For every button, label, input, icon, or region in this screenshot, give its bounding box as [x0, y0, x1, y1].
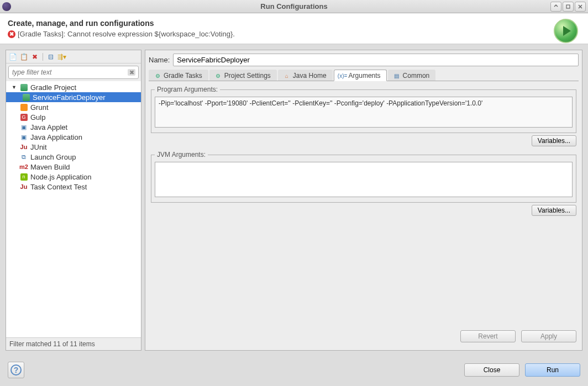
error-message: [Gradle Tasks]: Cannot resolve expressio… [18, 30, 235, 38]
node-icon: n [20, 173, 28, 181]
header-pane: Create, manage, and run configurations ✖… [0, 13, 588, 44]
page-title: Create, manage, and run configurations [8, 19, 235, 28]
duplicate-config-icon[interactable]: 📋 [19, 52, 28, 61]
tree-item-java-application[interactable]: ▣ Java Application [6, 132, 141, 142]
minimize-button[interactable] [550, 2, 561, 12]
gradle-icon [23, 94, 30, 101]
tree-item-gradle-project[interactable]: ▼ Gradle Project [6, 82, 141, 92]
sidebar-toolbar: 📄 📋 ✖ ⊟ ⇶▾ [6, 50, 141, 64]
junit-icon: Ju [19, 142, 28, 151]
java-home-icon: ⌂ [283, 72, 291, 80]
name-label: Name: [149, 56, 170, 64]
name-input[interactable] [173, 54, 579, 66]
tab-project-settings[interactable]: ⚙ Project Settings [209, 70, 277, 81]
arguments-icon: (x)= [339, 72, 347, 80]
error-icon: ✖ [8, 30, 15, 38]
tree-item-task-context-test[interactable]: Ju Task Context Test [6, 182, 141, 192]
delete-config-icon[interactable]: ✖ [30, 52, 39, 61]
program-arguments-input[interactable] [155, 97, 573, 128]
new-config-icon[interactable]: 📄 [8, 52, 17, 61]
program-arguments-label: Program Arguments: [155, 86, 220, 93]
gulp-icon: G [20, 114, 28, 121]
common-icon: ▤ [393, 72, 401, 80]
config-tree[interactable]: ▼ Gradle Project ServiceFabricDeployer G… [6, 81, 141, 337]
app-icon [2, 2, 11, 11]
jvm-variables-button[interactable]: Variables... [532, 205, 576, 216]
revert-button[interactable]: Revert [460, 330, 516, 342]
tree-item-junit[interactable]: Ju JUnit [6, 142, 141, 152]
program-arguments-group: Program Arguments: [151, 86, 576, 133]
svg-rect-0 [566, 5, 570, 8]
titlebar: Run Configurations [0, 0, 588, 13]
filter-status: Filter matched 11 of 11 items [6, 337, 141, 350]
filter-input[interactable] [8, 66, 139, 79]
java-applet-icon: ▣ [19, 123, 28, 131]
jvm-arguments-input[interactable] [155, 162, 573, 197]
tree-item-launch-group[interactable]: ⧉ Launch Group [6, 152, 141, 162]
config-sidebar: 📄 📋 ✖ ⊟ ⇶▾ ✖ ▼ Gradle Project Ser [6, 50, 141, 351]
window-title: Run Configurations [260, 2, 327, 10]
project-settings-icon: ⚙ [214, 72, 222, 80]
tab-java-home[interactable]: ⌂ Java Home [278, 70, 333, 81]
close-window-button[interactable] [575, 2, 586, 12]
filter-icon[interactable]: ⇶▾ [57, 52, 66, 61]
run-button[interactable]: Run [525, 363, 580, 377]
help-button[interactable]: ? [8, 362, 24, 378]
tree-item-selected[interactable]: ServiceFabricDeployer [6, 92, 141, 102]
launch-group-icon: ⧉ [19, 152, 28, 161]
tab-common[interactable]: ▤ Common [388, 70, 436, 81]
tab-content-arguments: Program Arguments: Variables... JVM Argu… [149, 81, 579, 347]
grunt-icon [20, 104, 28, 111]
java-app-icon: ▣ [19, 133, 28, 141]
collapse-all-icon[interactable]: ⊟ [46, 52, 55, 61]
maximize-button[interactable] [563, 2, 574, 12]
tree-item-maven-build[interactable]: m2 Maven Build [6, 162, 141, 172]
tree-item-node-application[interactable]: n Node.js Application [6, 172, 141, 182]
tabs-bar: ⚙ Gradle Tasks ⚙ Project Settings ⌂ Java… [149, 70, 579, 81]
close-button[interactable]: Close [464, 363, 519, 377]
help-icon: ? [11, 364, 22, 376]
task-test-icon: Ju [19, 182, 28, 191]
detail-pane: Name: ⚙ Gradle Tasks ⚙ Project Settings … [145, 50, 582, 351]
apply-button[interactable]: Apply [521, 330, 576, 342]
run-play-icon [554, 19, 578, 43]
gradle-tasks-icon: ⚙ [154, 72, 161, 80]
jvm-arguments-label: JVM Arguments: [155, 151, 208, 158]
program-variables-button[interactable]: Variables... [532, 135, 576, 146]
tree-item-gulp[interactable]: G Gulp [6, 112, 141, 122]
clear-filter-icon[interactable]: ✖ [128, 69, 135, 76]
maven-icon: m2 [19, 162, 28, 171]
gradle-icon [20, 84, 28, 91]
expand-icon[interactable]: ▼ [12, 84, 17, 90]
tab-arguments[interactable]: (x)= Arguments [334, 70, 387, 81]
tree-item-grunt[interactable]: Grunt [6, 102, 141, 112]
tree-item-java-applet[interactable]: ▣ Java Applet [6, 122, 141, 132]
jvm-arguments-group: JVM Arguments: [151, 151, 576, 203]
tab-gradle-tasks[interactable]: ⚙ Gradle Tasks [149, 70, 208, 81]
